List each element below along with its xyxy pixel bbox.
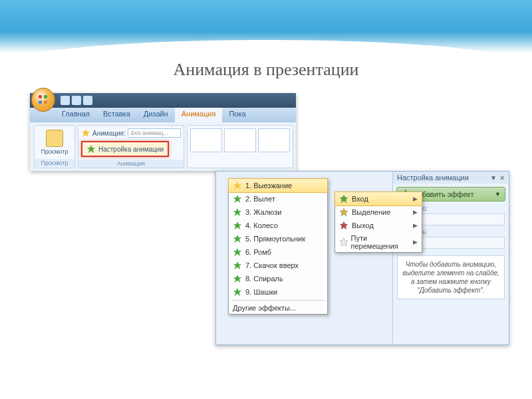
animate-icon <box>81 128 90 138</box>
animation-select-row: Анимация: Без анимац... <box>81 128 181 138</box>
category-menu-item[interactable]: Выделение▶ <box>335 205 422 219</box>
effect-menu-item[interactable]: 5. Прямоугольник <box>229 232 327 245</box>
star-icon <box>339 207 348 217</box>
transition-thumb[interactable] <box>258 128 290 152</box>
custom-animation-label: Настройка анимации <box>98 146 164 153</box>
effect-menu-item[interactable]: 2. Вылет <box>229 192 327 205</box>
ribbon-tabs: ГлавнаяВставкаДизайнАнимацияПока <box>30 108 296 122</box>
gear-star-icon <box>86 144 96 154</box>
star-icon <box>233 194 242 203</box>
preview-group-label: Просмотр <box>35 159 74 167</box>
slide-background: Анимация в презентации ГлавнаяВставкаДиз… <box>0 0 532 399</box>
preview-button[interactable]: Просмотр <box>37 128 72 156</box>
quick-access-toolbar[interactable] <box>61 96 92 105</box>
svg-marker-7 <box>233 195 241 203</box>
animation-group-label: Анимация <box>78 160 184 168</box>
preview-button-label: Просмотр <box>41 148 68 155</box>
transition-thumb[interactable] <box>224 128 256 152</box>
star-icon <box>233 234 242 243</box>
star-icon <box>339 237 348 247</box>
effect-menu-item[interactable]: 6. Ромб <box>229 245 327 259</box>
star-icon <box>233 207 242 217</box>
window-titlebar <box>30 93 296 108</box>
custom-animation-button[interactable]: Настройка анимации <box>81 141 169 157</box>
ribbon-tab[interactable]: Анимация <box>175 108 223 122</box>
ribbon-tab[interactable]: Пока <box>222 108 252 122</box>
svg-marker-12 <box>233 261 241 269</box>
svg-marker-17 <box>340 221 348 229</box>
qat-save-icon[interactable] <box>61 96 70 105</box>
svg-marker-15 <box>340 195 348 203</box>
effect-menu-item[interactable]: 4. Колесо <box>229 219 327 232</box>
ribbon-tab[interactable]: Главная <box>55 108 96 122</box>
slide-title: Анимация в презентации <box>0 60 532 80</box>
svg-marker-10 <box>233 235 241 243</box>
transition-thumb[interactable] <box>190 128 222 152</box>
chevron-right-icon: ▶ <box>413 196 418 202</box>
svg-point-3 <box>44 100 47 104</box>
svg-marker-18 <box>340 238 348 246</box>
effect-menu-item[interactable]: 3. Жалюзи <box>229 205 327 219</box>
svg-marker-4 <box>82 129 90 137</box>
ribbon-tab[interactable]: Дизайн <box>137 108 175 122</box>
effect-menu-item[interactable]: 8. Спираль <box>229 272 327 285</box>
task-pane-hint: Чтобы добавить анимацию, выделите элемен… <box>397 255 505 299</box>
transition-group <box>187 125 293 168</box>
animation-label: Анимация: <box>92 130 126 137</box>
category-menu: Вход▶Выделение▶Выход▶Пути перемещения▶ <box>334 192 422 253</box>
dropdown-icon[interactable]: ▼ <box>490 174 497 182</box>
chevron-right-icon: ▶ <box>413 209 418 215</box>
svg-point-1 <box>44 95 47 98</box>
category-menu-item[interactable]: Выход▶ <box>335 219 422 232</box>
task-pane-header: Настройка анимации ▼✕ <box>393 172 509 184</box>
effect-menu-item[interactable]: 9. Шашки <box>229 285 327 299</box>
svg-marker-9 <box>233 221 241 229</box>
star-icon <box>233 287 242 297</box>
star-icon <box>233 221 242 230</box>
effects-submenu: 1. Выезжание2. Вылет3. Жалюзи4. Колесо5.… <box>228 178 328 315</box>
star-icon <box>233 274 242 283</box>
preview-icon <box>46 130 63 147</box>
ribbon-tab[interactable]: Вставка <box>96 108 137 122</box>
svg-marker-16 <box>340 208 348 216</box>
category-menu-item[interactable]: Вход▶ <box>334 192 422 206</box>
svg-marker-8 <box>233 208 241 216</box>
ribbon-body: Просмотр Просмотр Анимация: Без анимац..… <box>30 122 296 171</box>
svg-marker-11 <box>233 248 241 256</box>
effect-menu-item[interactable]: 1. Выезжание <box>228 178 328 193</box>
other-effects-item[interactable]: Другие эффекты... <box>229 302 327 314</box>
star-icon <box>339 194 348 203</box>
svg-marker-14 <box>233 288 241 296</box>
taskpane-screenshot: 1. Выезжание2. Вылет3. Жалюзи4. Колесо5.… <box>215 171 509 345</box>
close-icon[interactable]: ✕ <box>499 174 505 182</box>
category-menu-item[interactable]: Пути перемещения▶ <box>335 232 422 252</box>
task-pane-title: Настройка анимации <box>397 174 469 182</box>
animation-dropdown[interactable]: Без анимац... <box>128 128 181 138</box>
star-icon <box>339 221 348 230</box>
office-button[interactable] <box>31 88 55 112</box>
svg-point-0 <box>39 95 42 98</box>
svg-marker-5 <box>87 145 95 153</box>
qat-redo-icon[interactable] <box>83 96 92 105</box>
star-icon <box>233 247 242 257</box>
chevron-right-icon: ▶ <box>413 239 418 245</box>
svg-marker-13 <box>233 275 241 283</box>
qat-undo-icon[interactable] <box>72 96 81 105</box>
decorative-wave <box>0 0 532 53</box>
svg-point-2 <box>39 100 42 104</box>
star-icon <box>233 261 242 270</box>
star-icon <box>233 181 242 190</box>
svg-marker-6 <box>233 182 241 190</box>
animation-group: Анимация: Без анимац... Настройка анимац… <box>78 125 184 168</box>
preview-group: Просмотр Просмотр <box>34 125 75 168</box>
chevron-down-icon: ▼ <box>495 191 501 198</box>
effect-menu-item[interactable]: 7. Скачок вверх <box>229 259 327 272</box>
chevron-right-icon: ▶ <box>413 222 418 229</box>
ribbon-screenshot: ГлавнаяВставкаДизайнАнимацияПока Просмот… <box>30 93 296 171</box>
